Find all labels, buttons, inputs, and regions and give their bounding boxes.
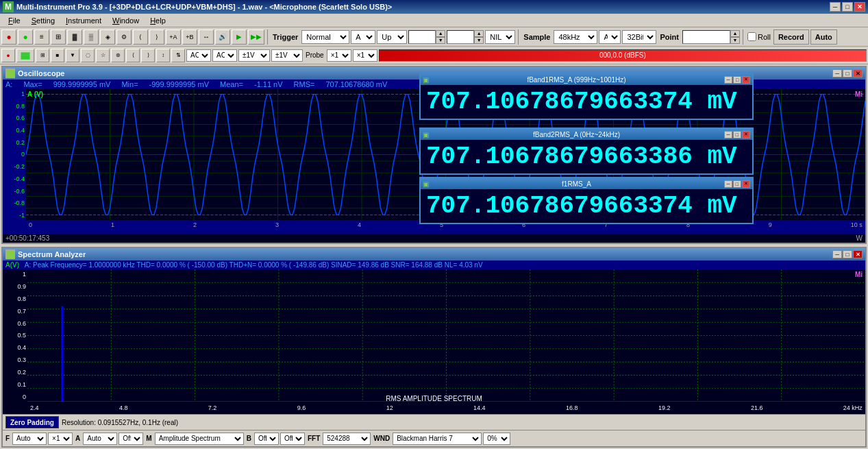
- m-amplitude-select[interactable]: Amplitude Spectrum: [155, 433, 244, 445]
- tb2-icon1[interactable]: ●: [1, 49, 15, 62]
- toolbar-icon2[interactable]: ●: [18, 29, 33, 45]
- level1-spinner[interactable]: ▲ ▼: [436, 30, 445, 44]
- meter3-close[interactable]: ✕: [742, 180, 750, 188]
- tb2-icon9[interactable]: ⟨: [126, 49, 140, 62]
- tb2-icon7[interactable]: ☆: [96, 49, 110, 62]
- meter1-minimize[interactable]: ─: [724, 76, 732, 84]
- toolbar-icon1[interactable]: ●: [1, 29, 16, 45]
- toolbar-icon14[interactable]: 🔊: [215, 29, 230, 45]
- meter1-close[interactable]: ✕: [742, 76, 750, 84]
- meter1-titlebar: ▣ fBand1RMS_A (999Hz~1001Hz) ─ □ ✕: [421, 74, 752, 85]
- toolbar-icon9[interactable]: ⟨: [133, 29, 148, 45]
- toolbar-stop[interactable]: ▶▶: [248, 29, 264, 45]
- roll-checkbox-label[interactable]: Roll: [746, 32, 772, 41]
- wnd-select[interactable]: Blackman Harris 7: [393, 433, 482, 445]
- coupling-b-select[interactable]: ACDC: [212, 49, 237, 62]
- menu-setting[interactable]: Setting: [26, 15, 60, 26]
- coupling-a-select[interactable]: ACDC: [186, 49, 211, 62]
- spec-minimize-btn[interactable]: ─: [832, 250, 842, 258]
- point-spinner[interactable]: ▲ ▼: [730, 30, 740, 44]
- range-b-select[interactable]: ±1V±2V: [271, 49, 303, 62]
- osc-close-btn[interactable]: ✕: [853, 69, 863, 77]
- record-button[interactable]: Record: [773, 29, 809, 45]
- sx-192: 19.2: [658, 404, 671, 411]
- menu-window[interactable]: Window: [107, 15, 145, 26]
- toolbar-icon12[interactable]: +B: [182, 29, 197, 45]
- roll-checkbox[interactable]: [747, 32, 756, 41]
- a-off-select[interactable]: Off: [119, 433, 143, 445]
- tb2-icon10[interactable]: ⟩: [141, 49, 155, 62]
- level1-input[interactable]: 0%: [408, 30, 436, 44]
- tb2-icon5[interactable]: ▼: [66, 49, 79, 62]
- meter2-minimize[interactable]: ─: [724, 131, 732, 138]
- osc-minimize-btn[interactable]: ─: [832, 69, 842, 77]
- f-x1-select[interactable]: ×1: [48, 433, 73, 445]
- toolbar-icon4[interactable]: ⊞: [51, 29, 66, 45]
- meter1-maximize[interactable]: □: [733, 76, 741, 84]
- a-auto-select[interactable]: Auto: [83, 433, 117, 445]
- probe-x1-select[interactable]: ×1×10: [327, 49, 351, 62]
- b-off-select[interactable]: Off: [254, 433, 279, 445]
- meter2-close[interactable]: ✕: [742, 131, 750, 138]
- level2-up[interactable]: ▲: [474, 30, 484, 37]
- sy-01: 0.1: [4, 381, 26, 388]
- menu-help[interactable]: Help: [145, 15, 171, 26]
- trigger-dir-select[interactable]: UpDown: [377, 30, 407, 44]
- maximize-button[interactable]: □: [842, 2, 853, 12]
- toolbar-icon3[interactable]: ≡: [34, 29, 49, 45]
- nil-select[interactable]: NIL: [485, 30, 515, 44]
- tb2-icon2[interactable]: ▓▓: [16, 49, 34, 62]
- ch-a-select[interactable]: AB: [599, 30, 621, 44]
- toolbar-icon10[interactable]: ⟩: [149, 29, 164, 45]
- close-button[interactable]: ✕: [854, 2, 865, 12]
- point-down[interactable]: ▼: [730, 37, 740, 44]
- tb2-icon8[interactable]: ⊛: [111, 49, 125, 62]
- point-input[interactable]: 480000: [682, 30, 730, 44]
- f-auto-select[interactable]: Auto: [12, 433, 47, 445]
- tb2-icon12[interactable]: ⇅: [171, 49, 185, 62]
- menu-instrument[interactable]: Instrument: [60, 15, 107, 26]
- toolbar-play[interactable]: ▶: [232, 29, 247, 45]
- sample-rate-select[interactable]: 48kHz 44.1kHz 96kHz: [554, 30, 597, 44]
- level2-input[interactable]: 0%: [447, 30, 474, 44]
- point-up[interactable]: ▲: [730, 30, 740, 37]
- app-icon: M: [3, 1, 14, 12]
- toolbar-icon11[interactable]: +A: [166, 29, 181, 45]
- trigger-label: Trigger: [271, 33, 300, 41]
- range-a-select[interactable]: ±1V±2V: [238, 49, 270, 62]
- toolbar-icon8[interactable]: ⚙: [116, 29, 132, 45]
- trigger-ch-select[interactable]: AB: [351, 30, 375, 44]
- osc-mean-val: -1.11 nV: [254, 80, 283, 88]
- y-label-m04: -0.4: [4, 175, 25, 182]
- zero-padding-button[interactable]: Zero Padding: [5, 416, 59, 428]
- tb2-icon6[interactable]: ◌: [81, 49, 95, 62]
- tb2-icon4[interactable]: ■: [51, 49, 64, 62]
- level2-down[interactable]: ▼: [474, 37, 484, 44]
- toolbar-icon6[interactable]: ▒: [84, 29, 99, 45]
- auto-button[interactable]: Auto: [810, 29, 837, 45]
- menu-file[interactable]: File: [3, 15, 26, 26]
- osc-maximize-btn[interactable]: □: [843, 69, 852, 77]
- b-off2-select[interactable]: Off: [280, 433, 305, 445]
- spec-close-btn[interactable]: ✕: [853, 250, 863, 258]
- toolbar-icon13[interactable]: ↔: [199, 29, 214, 45]
- x-3: 3: [275, 221, 279, 234]
- spec-waveform: [27, 269, 865, 402]
- minimize-button[interactable]: ─: [830, 2, 841, 12]
- level1-down[interactable]: ▼: [436, 37, 445, 44]
- meter3-maximize[interactable]: □: [733, 180, 741, 188]
- meter2-maximize[interactable]: □: [733, 131, 741, 138]
- trigger-mode-select[interactable]: Normal Auto Single: [301, 30, 349, 44]
- tb2-icon3[interactable]: ⊞: [36, 49, 49, 62]
- level2-spinner[interactable]: ▲ ▼: [474, 30, 484, 44]
- fft-select[interactable]: 524288: [323, 433, 371, 445]
- meter3-minimize[interactable]: ─: [724, 180, 732, 188]
- spec-maximize-btn[interactable]: □: [843, 250, 852, 258]
- level1-up[interactable]: ▲: [436, 30, 445, 37]
- pct-select[interactable]: 0%: [483, 433, 510, 445]
- probe-x1b-select[interactable]: ×1×10: [353, 49, 377, 62]
- toolbar-icon7[interactable]: ◈: [100, 29, 115, 45]
- tb2-icon11[interactable]: ↕: [156, 49, 170, 62]
- toolbar-icon5[interactable]: ▓: [67, 29, 82, 45]
- bit-depth-select[interactable]: 32Bit16Bit24Bit: [622, 30, 656, 44]
